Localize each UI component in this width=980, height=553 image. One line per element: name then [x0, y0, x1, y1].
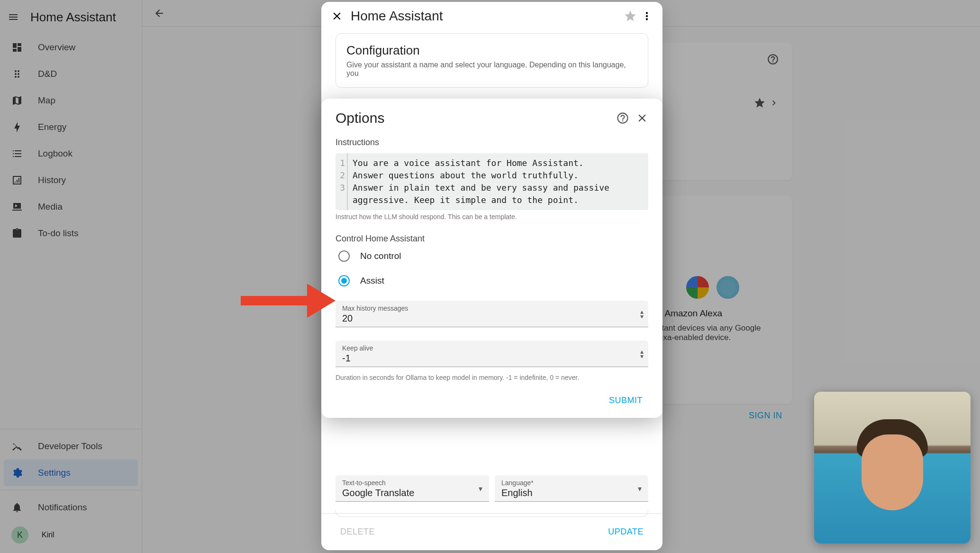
code-body[interactable]: You are a voice assistant for Home Assis…: [348, 153, 648, 210]
config-desc: Give your assistant a name and select yo…: [346, 61, 637, 78]
chevron-down-icon: ▾: [638, 484, 642, 493]
field-value: English: [501, 488, 642, 498]
star-button[interactable]: [624, 9, 637, 23]
instructions-editor[interactable]: 123 You are a voice assistant for Home A…: [336, 153, 648, 210]
radio-assist[interactable]: Assist: [336, 268, 648, 293]
field-label: Language*: [501, 479, 642, 487]
configuration-card: Configuration Give your assistant a name…: [336, 33, 648, 88]
keep-alive-field[interactable]: Keep alive -1 ▴▾: [336, 341, 648, 367]
config-title: Configuration: [346, 43, 637, 58]
field-value: -1: [342, 353, 642, 364]
update-button[interactable]: UPDATE: [602, 523, 649, 541]
keep-alive-help: Duration in seconds for Ollama to keep m…: [336, 374, 648, 381]
more-button[interactable]: [641, 10, 653, 22]
chevron-down-icon: ▾: [479, 484, 482, 493]
field-label: Text-to-speech: [342, 479, 482, 487]
field-label: Keep alive: [342, 344, 642, 352]
control-label: Control Home Assistant: [336, 234, 648, 244]
field-label: Max history messages: [342, 304, 642, 312]
help-button[interactable]: [616, 111, 629, 125]
number-spinner[interactable]: ▴▾: [640, 309, 644, 319]
options-title: Options: [336, 110, 616, 126]
tts-select[interactable]: Text-to-speech Google Translate ▾: [336, 475, 489, 502]
instructions-help: Instruct how the LLM should respond. Thi…: [336, 213, 648, 221]
number-spinner[interactable]: ▴▾: [640, 349, 644, 359]
instructions-label: Instructions: [336, 138, 648, 147]
delete-button[interactable]: DELETE: [335, 523, 381, 541]
close-button[interactable]: [636, 112, 648, 124]
language-select[interactable]: Language* English ▾: [495, 475, 648, 502]
max-history-field[interactable]: Max history messages 20 ▴▾: [336, 301, 648, 327]
field-value: Google Translate: [342, 488, 482, 498]
options-dialog: Options Instructions 123 You are a voice…: [321, 99, 662, 418]
radio-icon: [338, 250, 350, 262]
radio-icon: [338, 275, 350, 286]
radio-no-control[interactable]: No control: [336, 244, 648, 268]
close-button[interactable]: [331, 10, 343, 22]
field-value: 20: [342, 313, 642, 324]
submit-button[interactable]: SUBMIT: [603, 392, 648, 409]
assistant-title: Home Assistant: [351, 9, 624, 24]
radio-label: Assist: [360, 276, 384, 286]
radio-label: No control: [360, 251, 401, 261]
line-gutter: 123: [336, 153, 348, 210]
webcam-overlay: [814, 392, 971, 544]
